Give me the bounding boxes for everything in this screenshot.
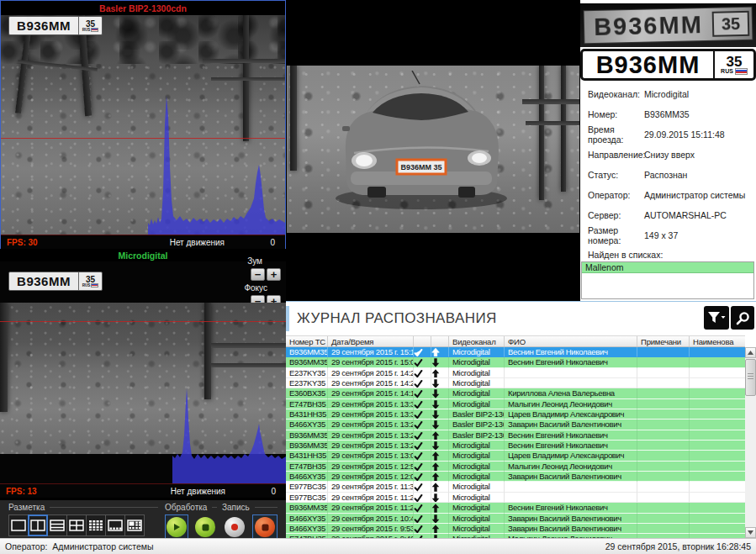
cell-listname — [690, 357, 745, 367]
direction-down-icon — [431, 493, 440, 503]
layout-2x2-button[interactable] — [66, 514, 87, 536]
detail-row: Размер номера: 149 x 37 — [580, 225, 756, 245]
record-stop-icon — [262, 524, 269, 531]
layout-grid-button[interactable] — [86, 514, 106, 536]
journal-scrollbar[interactable] — [745, 347, 756, 538]
cell-note — [637, 493, 690, 503]
cell-listname — [690, 347, 745, 357]
filter-button[interactable] — [704, 306, 729, 330]
cell-name: Малыгин Леонид Леонидович — [505, 399, 637, 409]
search-button[interactable] — [731, 306, 754, 330]
direction-down-icon — [431, 389, 440, 398]
direction-up-icon — [431, 462, 440, 472]
cell-datetime: 29 сентября 2015 г. 12:06:41 — [328, 472, 414, 482]
record-start-button[interactable] — [222, 514, 247, 540]
cell-note — [637, 388, 690, 398]
camera-panel-1[interactable]: Basler BIP2-1300cdn B936MM 35 RUS — [0, 0, 286, 249]
scroll-up-button[interactable] — [745, 347, 756, 358]
markup-group: Разметка — [8, 502, 158, 536]
direction-up-icon — [431, 451, 440, 461]
cell-plate: B466XY35 — [286, 514, 328, 524]
cell-name: Царев Владимир Александрович — [505, 451, 637, 461]
cell-datetime: 29 сентября 2015 г. 11:21:59 — [328, 503, 414, 513]
zoom-in-button[interactable]: + — [267, 268, 281, 281]
main-video-view[interactable]: B936MM 35 — [286, 0, 580, 301]
plate-country: RUS — [82, 28, 91, 32]
column-header[interactable] — [414, 336, 431, 346]
record-stop-button[interactable] — [252, 514, 278, 540]
layout-single-button[interactable] — [8, 514, 29, 536]
processing-group-label: Обработка — [165, 502, 217, 513]
scroll-down-button[interactable] — [745, 527, 756, 538]
cell-datetime: 29 сентября 2015 г. 11:30:53 — [328, 482, 414, 492]
cell-recognized — [414, 462, 431, 472]
column-header[interactable]: Примечани — [637, 336, 690, 346]
journal-row[interactable]: E747BH35 29 сентября 2015 г. 12:58:07 Mi… — [286, 462, 745, 472]
detail-row: Сервер: AUTOMARSHAL-PC — [580, 205, 756, 225]
direction-up-icon — [431, 483, 440, 492]
plate-region: 35 — [86, 276, 95, 283]
column-header[interactable] — [431, 336, 449, 346]
camera-panel-2[interactable]: Microdigital B936MM 35 RUS Зум −+ Фокус … — [0, 249, 286, 500]
camera1-motion-count: 0 — [270, 238, 275, 247]
journal-row[interactable]: B466XY35 29 сентября 2015 г. 10:43:19 Mi… — [286, 514, 745, 524]
processing-stop-button[interactable] — [193, 514, 217, 540]
plate-country: RUS — [82, 283, 91, 288]
plate-number: B936MM — [583, 51, 713, 78]
lists-box[interactable]: Mallenom — [581, 261, 754, 299]
check-icon — [414, 451, 423, 461]
check-icon — [414, 369, 423, 378]
camera2-controls: B936MM 35 RUS — [0, 261, 286, 303]
cell-listname — [690, 441, 745, 451]
column-header[interactable]: Наименова — [690, 336, 745, 346]
journal-row[interactable]: E977BC35 29 сентября 2015 г. 11:30:53 Mi… — [286, 482, 745, 492]
focus-label: Фокус — [244, 283, 267, 293]
detail-label: Оператор: — [580, 190, 644, 200]
zoom-out-button[interactable]: − — [251, 268, 265, 281]
journal-row[interactable]: E747BH35 29 сентября 2015 г. 13:34:52 Mi… — [286, 399, 745, 409]
journal-row[interactable]: B431HH35 29 сентября 2015 г. 13:02:32 Mi… — [286, 451, 745, 461]
journal-row[interactable]: E237KY35 29 сентября 2015 г. 14:26:11 Mi… — [286, 378, 745, 388]
detail-label: Статус: — [580, 170, 644, 180]
cell-name — [505, 482, 637, 492]
journal-row[interactable]: B936MM35 29 сентября 2015 г. 13:21:07 Mi… — [286, 441, 745, 451]
journal-row[interactable]: E237KY35 29 сентября 2015 г. 14:29:20 Mi… — [286, 368, 745, 378]
journal-row[interactable]: B431HH35 29 сентября 2015 г. 13:32:18 Ba… — [286, 409, 745, 419]
layout-two-columns-button[interactable] — [28, 514, 48, 536]
direction-up-icon — [431, 431, 440, 441]
journal-row[interactable]: B466XY35 29 сентября 2015 г. 9:53:11 Mic… — [286, 524, 745, 534]
journal-row[interactable]: B936MM35 29 сентября 2015 г. 15:11:48 Mi… — [286, 347, 745, 357]
cell-direction — [431, 388, 449, 398]
record-group-label: Запись — [222, 502, 278, 513]
direction-down-icon — [431, 514, 440, 524]
cell-name: Веснин Евгений Николаевич — [505, 357, 637, 367]
record-group: Запись — [222, 502, 278, 540]
column-header[interactable]: ФИО — [505, 336, 637, 346]
list-item[interactable]: Mallenom — [582, 262, 753, 273]
cell-channel: Microdigital — [449, 503, 505, 513]
layout-main-bottom-button[interactable] — [105, 514, 125, 536]
layout-rows-button[interactable] — [47, 514, 67, 536]
journal-row[interactable]: B936MM35 29 сентября 2015 г. 11:21:59 Mi… — [286, 503, 745, 513]
cell-channel: Microdigital — [449, 482, 505, 492]
cell-name: Заварин Василий Валентинович — [505, 472, 637, 482]
column-header[interactable]: Видеоканал — [449, 336, 505, 346]
cell-channel: Microdigital — [449, 441, 505, 451]
journal-row[interactable]: E977BC35 29 сентября 2015 г. 11:28:49 Mi… — [286, 493, 745, 503]
camera2-motion-label: Нет движения — [171, 487, 225, 496]
journal-row[interactable]: B936MM35 29 сентября 2015 г. 13:23:45 Ba… — [286, 430, 745, 441]
column-header[interactable]: Дата/Время — [328, 336, 414, 346]
fence-post — [204, 303, 211, 399]
column-header[interactable]: Номер ТС — [286, 336, 328, 346]
cell-listname — [690, 451, 745, 461]
scrollbar-thumb[interactable] — [745, 359, 756, 396]
journal-row[interactable]: B466XY35 29 сентября 2015 г. 12:06:41 Mi… — [286, 472, 745, 482]
layout-mixed-grid-button[interactable] — [124, 514, 145, 536]
journal-row[interactable]: E360BX35 29 сентября 2015 г. 14:13:23 Mi… — [286, 388, 745, 398]
processing-start-button[interactable] — [165, 514, 188, 540]
cell-note — [637, 378, 690, 388]
fence-rail — [211, 77, 285, 81]
journal-row[interactable]: B936MM35 29 сентября 2015 г. 15:05:14 Mi… — [286, 357, 745, 367]
gate-post — [0, 303, 8, 412]
journal-row[interactable]: B466XY35 29 сентября 2015 г. 13:28:48 Ba… — [286, 419, 745, 430]
